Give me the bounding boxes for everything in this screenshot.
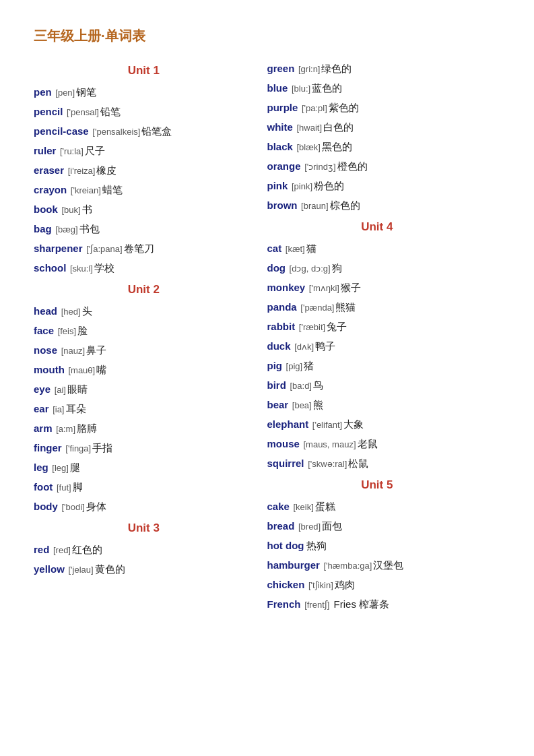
word-english: monkey	[267, 282, 306, 293]
word-chinese: 鸡肉	[335, 579, 355, 590]
word-phonetic: [hed]	[59, 307, 81, 317]
word-line: sharpener ['ʃa:pana]卷笔刀	[34, 241, 254, 257]
word-line: pencil-case ['pensalkeis]铅笔盒	[34, 123, 254, 139]
word-phonetic: ['pænda]	[298, 303, 335, 313]
word-line: rabbit ['ræbit]兔子	[267, 319, 488, 335]
column-2: green [gri:n]绿色的blue [blu:]蓝色的purple ['p…	[267, 57, 501, 616]
word-chinese: 兔子	[327, 321, 347, 332]
word-chinese: 手指	[92, 442, 112, 453]
unit-header-0-1: Unit 2	[34, 283, 254, 296]
word-phonetic: [maus, mauz]	[301, 439, 356, 449]
word-phonetic: [bea]	[290, 400, 312, 410]
word-phonetic: [mauθ]	[66, 365, 95, 375]
word-line: green [gri:n]绿色的	[267, 61, 488, 77]
word-chinese: 鸟	[313, 379, 323, 391]
main-columns: Unit 1pen [pen]钢笔pencil ['pensal]铅笔penci…	[34, 57, 500, 616]
word-chinese: 蓝色的	[312, 82, 342, 94]
word-chinese: 鼻子	[86, 344, 106, 356]
word-chinese: 书包	[79, 223, 100, 234]
word-chinese: 书	[82, 203, 92, 215]
word-english: French	[267, 598, 301, 610]
word-chinese: 钢笔	[76, 86, 96, 98]
word-english: green	[267, 63, 295, 74]
word-phonetic: ['pa:pl]	[299, 103, 327, 113]
word-line: bear [bea]熊	[267, 397, 488, 413]
word-line: mouse [maus, mauz]老鼠	[267, 436, 488, 452]
word-line: dog [dɔg, dɔ:g]狗	[267, 260, 488, 276]
word-chinese: 铅笔盒	[141, 125, 172, 137]
word-phonetic: [frentʃ]	[302, 600, 330, 610]
word-chinese: 老鼠	[358, 438, 378, 449]
word-english: duck	[267, 340, 291, 352]
word-line: pig [pig]猪	[267, 358, 488, 374]
word-english: mouth	[34, 364, 65, 375]
word-phonetic: ['tʃikin]	[306, 580, 333, 590]
word-line: elephant ['elifant]大象	[267, 416, 488, 433]
word-phonetic: ['ɔrindʒ]	[302, 162, 336, 172]
word-english: ear	[34, 403, 49, 414]
word-chinese: 狗	[332, 262, 342, 274]
unit-header-0-0: Unit 1	[34, 64, 254, 77]
word-chinese: 猪	[304, 360, 314, 371]
word-phonetic: [ai]	[52, 385, 66, 395]
word-phonetic: [bred]	[296, 522, 321, 532]
word-line: bird [ba:d]鸟	[267, 377, 488, 393]
word-line: ear [ia]耳朵	[34, 401, 254, 417]
word-english: eye	[34, 383, 51, 395]
word-english: sharpener	[34, 243, 83, 254]
word-phonetic: [gri:n]	[296, 64, 320, 74]
word-phonetic: [leg]	[50, 463, 69, 473]
word-chinese: 嘴	[96, 364, 106, 375]
word-phonetic: [a:m]	[54, 424, 76, 434]
word-phonetic: ['finga]	[63, 443, 92, 453]
word-chinese: 橡皮	[96, 164, 116, 176]
word-line: red [red]红色的	[34, 542, 254, 558]
word-english: cat	[267, 243, 282, 254]
word-phonetic: ['kreian]	[68, 185, 101, 195]
word-line: orange ['ɔrindʒ]橙色的	[267, 158, 488, 175]
word-chinese: 橙色的	[337, 160, 368, 172]
word-english: black	[267, 141, 293, 152]
word-line: crayon ['kreian]蜡笔	[34, 182, 254, 198]
word-chinese: 铅笔	[100, 106, 121, 117]
unit-header-1-1: Unit 4	[267, 220, 488, 234]
word-english: pencil-case	[34, 125, 89, 137]
word-chinese: 汉堡包	[373, 559, 403, 571]
word-line: pencil ['pensal]铅笔	[34, 104, 254, 120]
word-line: school [sku:l]学校	[34, 260, 254, 276]
word-english: body	[34, 501, 58, 512]
word-phonetic: [feis]	[55, 326, 76, 336]
word-phonetic: [hwait]	[294, 123, 322, 133]
word-chinese: Fries 榨薯条	[331, 598, 389, 610]
word-phonetic: [braun]	[299, 201, 329, 211]
word-line: bag [bæg]书包	[34, 221, 254, 237]
word-phonetic: [pig]	[283, 361, 302, 371]
word-english: white	[267, 121, 293, 133]
word-chinese: 熊	[313, 399, 323, 410]
word-phonetic: ['mʌŋki]	[306, 283, 339, 293]
word-chinese: 黑色的	[322, 141, 352, 152]
word-english: rabbit	[267, 321, 296, 332]
word-line: brown [braun]棕色的	[267, 197, 488, 214]
word-english: ruler	[34, 145, 56, 156]
word-phonetic: [bæg]	[53, 224, 78, 234]
word-phonetic: ['ræbit]	[296, 322, 325, 332]
word-english: arm	[34, 422, 53, 434]
word-phonetic: ['pensalkeis]	[90, 127, 141, 137]
word-line: chicken ['tʃikin]鸡肉	[267, 577, 488, 593]
word-line: yellow ['jelau]黄色的	[34, 561, 254, 577]
word-english: elephant	[267, 418, 309, 430]
word-english: purple	[267, 102, 298, 113]
word-phonetic: [blæk]	[294, 142, 321, 152]
word-chinese: 白色的	[323, 121, 354, 133]
word-english: finger	[34, 442, 62, 453]
word-chinese: 腿	[70, 462, 80, 473]
word-line: hamburger ['hæmba:ga]汉堡包	[267, 557, 488, 573]
word-chinese: 面包	[322, 520, 342, 532]
word-phonetic: [red]	[51, 545, 71, 555]
word-line: ruler ['ru:la]尺子	[34, 143, 254, 159]
word-line: face [feis]脸	[34, 323, 254, 339]
word-line: purple ['pa:pl]紫色的	[267, 100, 488, 116]
word-english: red	[34, 544, 49, 555]
word-line: foot [fut]脚	[34, 479, 254, 495]
